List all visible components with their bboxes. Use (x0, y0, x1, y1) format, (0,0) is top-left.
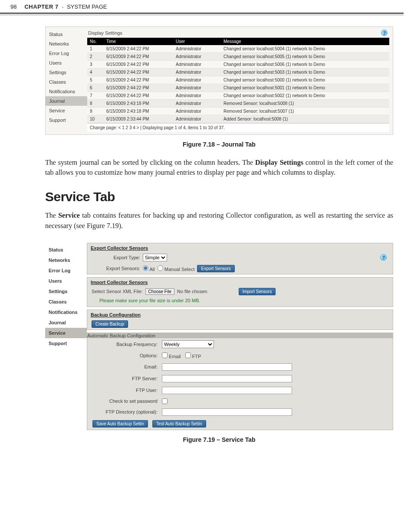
export-type-label: Export Type: (92, 255, 140, 260)
import-title: Import Collector Sensors (87, 277, 393, 286)
email-input[interactable] (162, 363, 292, 371)
ftp-server-input[interactable] (162, 375, 292, 382)
chapter-label: CHAPTER 7 (24, 3, 58, 10)
sidebar-item-notifications[interactable]: Notifications (46, 87, 87, 96)
table-row: 66/15/2009 2:44:22 PMAdministratorChange… (87, 84, 389, 92)
figure-718-caption: Figure 7.18 – Journal Tab (45, 141, 393, 148)
page-number: 98 (10, 3, 16, 10)
sidebar-item-service[interactable]: Service (45, 328, 87, 338)
option-email[interactable]: Email (162, 352, 181, 359)
ftp-directory-label: FTP Directory (optional): (92, 409, 158, 415)
sidebar-item-networks[interactable]: Networks (45, 255, 87, 265)
sidebar-item-classes[interactable]: Classes (46, 77, 87, 87)
email-label: Email: (92, 364, 158, 369)
table-row: 16/15/2009 2:44:22 PMAdministratorChange… (87, 45, 389, 53)
paragraph-service-desc: The Service tab contains features for ba… (45, 210, 393, 230)
export-collector-panel: Export Collector Sensors Export Type: Si… (87, 243, 393, 274)
ftp-server-label: FTP Server: (92, 376, 158, 381)
display-settings-link[interactable]: Display Settings (88, 30, 122, 36)
export-sensors-button[interactable]: Export Sensors (197, 265, 234, 272)
figure-719-caption: Figure 7.19 – Service Tab (45, 436, 393, 443)
help-icon[interactable]: ? (380, 254, 387, 261)
sidebar-item-networks[interactable]: Networks (46, 39, 87, 49)
ftp-user-label: FTP User: (92, 388, 158, 393)
sidebar-item-notifications[interactable]: Notifications (45, 307, 87, 317)
sidebar-item-service[interactable]: Service (46, 106, 87, 115)
import-collector-panel: Import Collector Sensors Select Sensor X… (87, 277, 393, 307)
sidebar-item-error-log[interactable]: Error Log (45, 265, 87, 276)
sidebar-item-journal[interactable]: Journal (45, 317, 87, 328)
create-backup-button[interactable]: Create Backup (92, 320, 128, 328)
figure-service-tab: Status Networks Error Log Users Settings… (45, 243, 393, 430)
radio-all[interactable]: All (143, 265, 155, 272)
sidebar-item-users[interactable]: Users (46, 58, 87, 68)
save-auto-backup-button[interactable]: Save Auto Backup Settin (92, 420, 148, 428)
sidebar-item-error-log[interactable]: Error Log (46, 49, 87, 58)
test-auto-backup-button[interactable]: Test Auto Backup Settin (152, 420, 206, 428)
backup-frequency-label: Backup Frequency: (92, 342, 158, 347)
auto-backup-title: Automatic Backup Configuration (87, 333, 393, 338)
sidebar-item-support[interactable]: Support (45, 338, 87, 349)
sidebar-item-status[interactable]: Status (45, 245, 87, 255)
select-xml-label: Select Sensor XML File: (92, 289, 143, 294)
table-row: 76/15/2009 2:44:22 PMAdministratorChange… (87, 92, 389, 100)
ftp-user-input[interactable] (162, 387, 292, 394)
col-no[interactable]: No. (87, 38, 104, 45)
export-type-select[interactable]: Simple (143, 254, 167, 261)
sidebar-item-journal[interactable]: Journal (46, 96, 87, 106)
figure-journal-tab: Status Networks Error Log Users Settings… (45, 26, 393, 135)
chapter-title: SYSTEM PAGE (67, 3, 107, 10)
sidebar-item-settings[interactable]: Settings (46, 68, 87, 77)
running-header: 98 CHAPTER 7 ▫ SYSTEM PAGE (0, 0, 414, 13)
option-ftp[interactable]: FTP (185, 352, 201, 359)
backup-config-panel: Backup Configuration Create Backup (87, 310, 393, 330)
ftp-directory-input[interactable] (162, 408, 292, 416)
check-password-checkbox[interactable] (162, 398, 168, 404)
check-password-label: Check to set password (92, 398, 158, 404)
table-row: 26/15/2009 2:44:22 PMAdministratorChange… (87, 53, 389, 61)
import-sensors-button[interactable]: Import Sensors (239, 288, 276, 295)
col-time[interactable]: Time (104, 38, 173, 45)
backup-title: Backup Configuration (87, 310, 393, 319)
table-row: 106/15/2009 2:33:44 PMAdministratorAdded… (87, 115, 389, 123)
journal-table: No. Time User Message 16/15/2009 2:44:22… (87, 38, 389, 123)
table-row: 56/15/2009 2:44:22 PMAdministratorChange… (87, 76, 389, 84)
sidebar-item-settings[interactable]: Settings (45, 286, 87, 297)
sidebar-item-status[interactable]: Status (46, 29, 87, 39)
sidebar-item-classes[interactable]: Classes (45, 297, 87, 307)
sidebar-item-users[interactable]: Users (45, 276, 87, 286)
table-row: 86/15/2009 2:43:18 PMAdministratorRemove… (87, 100, 389, 108)
file-size-note: Please make sure your file size is under… (87, 297, 393, 307)
backup-frequency-select[interactable]: Weekly (162, 340, 214, 348)
table-row: 96/15/2009 2:43:18 PMAdministratorRemove… (87, 108, 389, 115)
section-heading-service-tab: Service Tab (45, 189, 393, 204)
table-row: 36/15/2009 2:44:22 PMAdministratorChange… (87, 61, 389, 69)
sidebar-item-support[interactable]: Support (46, 115, 87, 125)
options-label: Options: (92, 353, 158, 358)
journal-sidebar: Status Networks Error Log Users Settings… (46, 27, 87, 134)
header-divider (0, 13, 404, 14)
service-sidebar: Status Networks Error Log Users Settings… (45, 243, 87, 430)
help-icon[interactable]: ? (381, 29, 388, 36)
pager[interactable]: Change page: < 1 2 3 4 > | Displaying pa… (87, 123, 389, 132)
radio-manual[interactable]: Manual Select (158, 265, 195, 272)
header-divider-thin (0, 15, 404, 15)
col-user[interactable]: User (173, 38, 221, 45)
table-row: 46/15/2009 2:44:22 PMAdministratorChange… (87, 69, 389, 76)
auto-backup-panel: Automatic Backup Configuration Backup Fr… (87, 333, 393, 430)
paragraph-journal-desc: The system journal can be sorted by clic… (45, 157, 393, 177)
export-sensors-label: Export Sensors: (92, 266, 140, 271)
chapter-separator: ▫ (62, 5, 64, 10)
choose-file-button[interactable]: Choose File (145, 288, 174, 295)
export-title: Export Collector Sensors (87, 243, 393, 252)
no-file-label: No file chosen (177, 289, 207, 294)
col-message[interactable]: Message (221, 38, 389, 45)
